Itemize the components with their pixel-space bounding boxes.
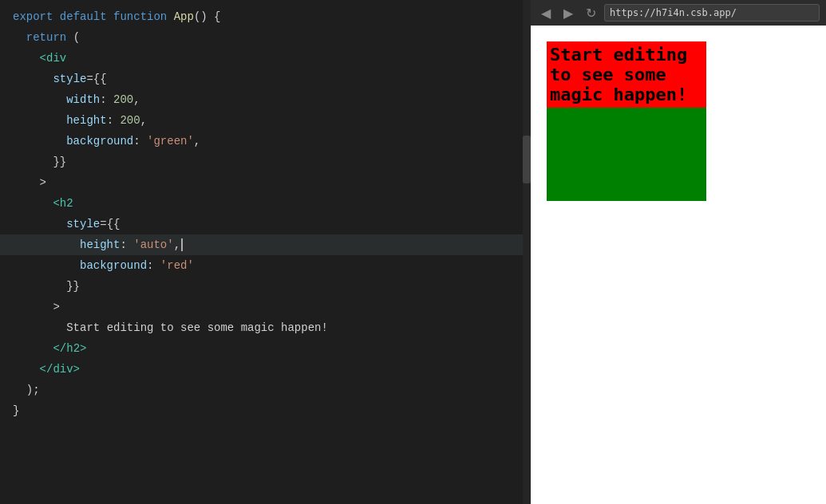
- code-line[interactable]: export default function App() {: [0, 6, 531, 27]
- code-token: background: [80, 255, 147, 276]
- nav-back-button[interactable]: ◀: [537, 4, 555, 22]
- code-token: ,: [140, 110, 147, 131]
- code-token: }}: [13, 152, 66, 172]
- code-token: function: [113, 6, 167, 27]
- code-token: background: [66, 131, 133, 152]
- code-line[interactable]: height: 200,: [0, 110, 531, 131]
- code-token: [13, 359, 40, 380]
- browser-content: Start editing to see some magic happen!: [531, 26, 826, 504]
- code-token: return: [26, 27, 66, 48]
- nav-refresh-button[interactable]: ↻: [582, 4, 599, 22]
- code-token: Start editing to see some magic happen!: [66, 317, 328, 338]
- code-line[interactable]: <div: [0, 48, 531, 69]
- code-token: [13, 48, 40, 69]
- code-token: [13, 234, 80, 255]
- address-bar[interactable]: https://h7i4n.csb.app/: [604, 4, 820, 22]
- code-line[interactable]: width: 200,: [0, 89, 531, 110]
- code-token: ={{: [86, 69, 106, 89]
- code-line[interactable]: >: [0, 297, 531, 317]
- preview-h2: Start editing to see some magic happen!: [547, 41, 706, 108]
- code-line[interactable]: style={{: [0, 69, 531, 89]
- editor-pane[interactable]: export default function App() { return (…: [0, 0, 531, 504]
- url-text: https://h7i4n.csb.app/: [610, 7, 737, 18]
- code-editor[interactable]: export default function App() { return (…: [0, 0, 531, 427]
- code-token: [13, 193, 53, 214]
- text-cursor: [181, 238, 183, 251]
- code-token: ={{: [100, 214, 120, 234]
- code-token: :: [107, 110, 121, 131]
- scrollbar-thumb[interactable]: [523, 136, 531, 183]
- code-token: <div: [40, 48, 67, 69]
- code-token: }}: [13, 276, 80, 297]
- code-token: 200: [120, 110, 140, 131]
- code-token: [53, 6, 59, 27]
- code-token: ,: [174, 234, 180, 255]
- browser-pane: ◀ ▶ ↻ https://h7i4n.csb.app/ Start editi…: [531, 0, 826, 504]
- code-token: 'red': [160, 255, 194, 276]
- code-token: export: [13, 6, 53, 27]
- code-token: width: [66, 89, 100, 110]
- code-token: 200: [113, 89, 133, 110]
- code-line[interactable]: >: [0, 172, 531, 193]
- code-token: style: [53, 69, 86, 89]
- code-token: >: [13, 172, 46, 193]
- preview-text: Start editing to see some magic happen!: [550, 45, 687, 104]
- code-token: height: [66, 110, 106, 131]
- code-token: default: [60, 6, 107, 27]
- code-token: [13, 110, 66, 131]
- code-token: <h2: [53, 193, 73, 214]
- code-token: [13, 131, 66, 152]
- code-line[interactable]: </div>: [0, 359, 531, 380]
- code-token: height: [80, 234, 120, 255]
- code-token: :: [100, 89, 113, 110]
- editor-scrollbar[interactable]: [523, 0, 531, 504]
- code-line[interactable]: height: 'auto',: [0, 234, 531, 255]
- code-line[interactable]: <h2: [0, 193, 531, 214]
- browser-toolbar: ◀ ▶ ↻ https://h7i4n.csb.app/: [531, 0, 826, 26]
- code-line[interactable]: }}: [0, 276, 531, 297]
- code-token: style: [66, 214, 100, 234]
- code-line[interactable]: background: 'green',: [0, 131, 531, 152]
- code-line[interactable]: }: [0, 400, 531, 421]
- code-line[interactable]: Start editing to see some magic happen!: [0, 317, 531, 338]
- preview-container: Start editing to see some magic happen!: [531, 26, 826, 217]
- code-token: :: [147, 255, 160, 276]
- code-token: ,: [133, 89, 140, 110]
- code-line[interactable]: background: 'red': [0, 255, 531, 276]
- code-line[interactable]: );: [0, 380, 531, 400]
- code-line[interactable]: }}: [0, 152, 531, 172]
- code-line[interactable]: return (: [0, 27, 531, 48]
- code-token: [107, 6, 113, 27]
- code-token: [13, 214, 66, 234]
- code-token: :: [133, 131, 147, 152]
- code-line[interactable]: </h2>: [0, 338, 531, 359]
- code-token: [13, 89, 66, 110]
- code-line[interactable]: style={{: [0, 214, 531, 234]
- code-token: App: [174, 6, 194, 27]
- code-token: );: [13, 380, 40, 400]
- preview-div: Start editing to see some magic happen!: [547, 41, 706, 201]
- code-token: ,: [194, 131, 200, 152]
- code-token: </div>: [40, 359, 80, 380]
- code-token: () {: [194, 6, 221, 27]
- code-token: [13, 338, 53, 359]
- code-token: [167, 6, 173, 27]
- code-token: (: [66, 27, 80, 48]
- code-token: [13, 255, 80, 276]
- code-token: </h2>: [53, 338, 86, 359]
- code-token: [13, 69, 53, 89]
- code-token: >: [13, 297, 60, 317]
- nav-forward-button[interactable]: ▶: [559, 4, 577, 22]
- code-token: 'auto': [133, 234, 173, 255]
- code-token: [13, 317, 66, 338]
- code-token: [13, 27, 26, 48]
- code-token: }: [13, 400, 19, 421]
- code-token: :: [120, 234, 133, 255]
- code-token: 'green': [147, 131, 194, 152]
